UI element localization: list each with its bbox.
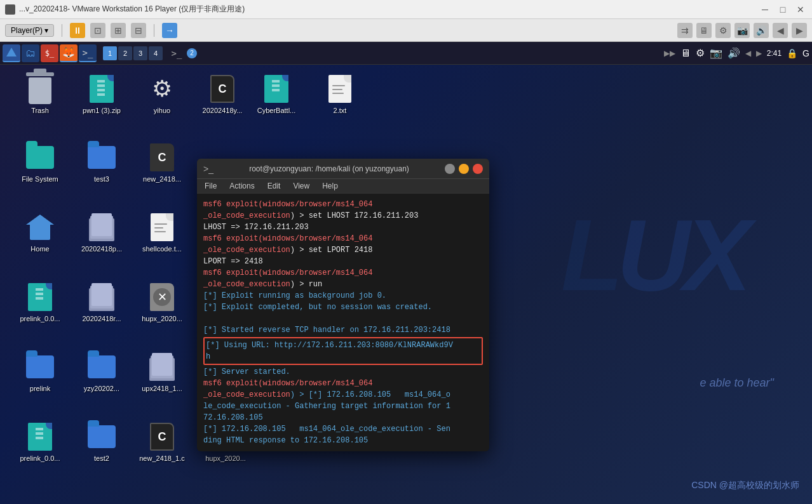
toolbar-right-icon-3[interactable]: ⚙: [715, 23, 731, 38]
cyberbattl-zip-shape: [264, 75, 288, 103]
txt-shape: [328, 75, 351, 103]
terminal-maximize-btn[interactable]: [459, 164, 469, 174]
terminal-icon-2[interactable]: >_: [79, 44, 97, 62]
terminal-menu-file[interactable]: File: [202, 180, 219, 192]
filesystem-icon-image: [25, 142, 55, 173]
stl1: [154, 223, 167, 225]
shellcodet-icon[interactable]: shellcode.t...: [133, 209, 191, 255]
terminal-window: >_ root@yuzongyuan: /home/kali (on yuzon…: [197, 159, 489, 451]
player-menu-button[interactable]: Player(P) ▾: [5, 24, 54, 37]
prelink-folder-shape: [26, 355, 54, 378]
toolbar-icon-3[interactable]: ⊞: [111, 23, 126, 38]
toolbar-right-icon-4[interactable]: 📷: [734, 23, 750, 38]
terminal-title-icon: >_: [203, 164, 213, 174]
svg-marker-0: [6, 48, 17, 56]
workspace-3[interactable]: 3: [133, 46, 147, 60]
toolbar-right-icon-6[interactable]: ◀: [773, 23, 788, 38]
test3-folder-shape: [88, 146, 116, 169]
taskbar-settings-icon[interactable]: ⚙: [696, 47, 705, 59]
term-line-9b: h: [206, 351, 480, 362]
taskbar-back-icon[interactable]: ◀: [745, 49, 751, 58]
terminal-menu-edit[interactable]: Edit: [265, 180, 283, 192]
active-window-icon[interactable]: >_: [168, 44, 186, 62]
pwn1zip-icon[interactable]: pwn1 (3).zip: [73, 71, 130, 117]
terminal-content[interactable]: msf6 exploit(windows/browser/ms14_064 _o…: [197, 194, 489, 451]
stl3: [154, 231, 166, 232]
yihuo-icon[interactable]: ⚙ yihuo: [133, 71, 191, 117]
20202418p-icon[interactable]: 20202418p...: [73, 209, 130, 255]
workspace-4[interactable]: 4: [149, 46, 163, 60]
toolbar-right-icon-1[interactable]: ⇉: [677, 23, 693, 38]
vmware-title-left: ...v_20202418- VMware Workstation 16 Pla…: [5, 4, 245, 15]
trash-shape: [29, 77, 51, 104]
taskbar-monitor-icon[interactable]: 🖥: [680, 48, 691, 59]
terminal-menu-actions[interactable]: Actions: [227, 180, 257, 192]
taskbar-forward-icon[interactable]: ▶: [756, 49, 762, 58]
upx2418-icon[interactable]: upx2418_1...: [133, 349, 191, 395]
term-line-14: [*] 172.16.208.105 ms14_064_ole_code_exe…: [203, 423, 483, 435]
toolbar-right-icon-7[interactable]: ▶: [792, 23, 807, 38]
term-line-7: [*] Exploit completed, but no session wa…: [203, 302, 483, 313]
taskbar-lock-icon[interactable]: 🔒: [787, 48, 797, 58]
toolbar-right-icon-2[interactable]: 🖥: [696, 23, 712, 38]
kali-icon[interactable]: [3, 44, 20, 62]
toolbar-icon-2[interactable]: ⊡: [90, 23, 105, 38]
shellcodet-icon-image: [147, 212, 177, 242]
new2418-label: new_2418...: [143, 175, 181, 183]
20202418r-layers-shape: [89, 283, 114, 311]
2txt-icon[interactable]: 2.txt: [311, 71, 369, 117]
prelink00b-label: prelink_0.0...: [20, 454, 60, 462]
prelink00-icon[interactable]: prelink_0.0...: [11, 279, 69, 325]
cyberbattl-zip-stripes: [272, 80, 280, 98]
prelink00b-icon[interactable]: prelink_0.0...: [11, 419, 69, 465]
term-line-1b: _ole_code_execution) > set LHOST 172.16.…: [203, 210, 483, 222]
term-line-5: msf6 exploit(windows/browser/ms14_064: [203, 267, 483, 279]
taskbar-display-icon[interactable]: G: [802, 48, 809, 58]
yzy20202-icon[interactable]: yzy20202...: [73, 349, 130, 395]
shellcodet-label: shellcode.t...: [142, 245, 182, 253]
pwn1zip-icon-image: [86, 74, 117, 104]
kali-taskbar-right: ▶▶ 🖥 ⚙ 📷 🔊 ◀ ▶ 2:41 🔒 G: [664, 47, 809, 59]
20202418y-icon[interactable]: C 20202418y...: [194, 71, 251, 117]
maximize-button[interactable]: □: [776, 3, 789, 16]
home-body: [30, 223, 50, 240]
prelink-icon[interactable]: prelink: [11, 349, 69, 395]
new2418-1c-icon-image: C: [147, 421, 177, 452]
taskbar-volume-icon[interactable]: 🔊: [727, 47, 740, 59]
terminal-app-icon[interactable]: $_: [41, 44, 58, 62]
vmware-toolbar: Player(P) ▾ ⏸ ⊡ ⊞ ⊟ → ⇉ 🖥 ⚙ 📷 🔊 ◀ ▶: [0, 19, 812, 42]
toolbar-right-icon-5[interactable]: 🔊: [754, 23, 769, 38]
file-manager-icon[interactable]: 🗂: [22, 44, 39, 62]
new2418-icon[interactable]: C new_2418...: [133, 140, 191, 185]
workspace-2[interactable]: 2: [118, 46, 132, 60]
terminal-window-buttons: [445, 164, 483, 174]
terminal-close-btn[interactable]: [473, 164, 483, 174]
firefox-icon[interactable]: 🦊: [60, 44, 78, 62]
toolbar-icon-5[interactable]: →: [162, 23, 177, 38]
new2418-1c-icon[interactable]: C new_2418_1.c: [133, 419, 191, 465]
filesystem-icon[interactable]: File System: [11, 140, 69, 185]
taskbar-camera-icon[interactable]: 📷: [710, 47, 722, 59]
trash-icon[interactable]: Trash: [11, 71, 69, 117]
cyberbattl-icon[interactable]: CyberBattl...: [248, 71, 305, 117]
term-line-11: msf6 exploit(windows/browser/ms14_064: [203, 378, 483, 389]
close-button[interactable]: ✕: [794, 3, 807, 16]
test3-icon[interactable]: test3: [73, 140, 130, 185]
upx-inner: ✕: [153, 288, 171, 306]
pause-button[interactable]: ⏸: [70, 23, 85, 38]
hupx2020-icon[interactable]: ✕ hupx_2020...: [133, 279, 191, 325]
tl3: [332, 93, 344, 94]
new2418-c-shape: C: [150, 143, 174, 171]
prelink00-label: prelink_0.0...: [20, 315, 60, 322]
home-icon[interactable]: Home: [11, 209, 69, 255]
minimize-button[interactable]: ─: [759, 3, 771, 16]
20202418r-icon[interactable]: 20202418r...: [73, 279, 130, 325]
terminal-title-text: root@yuzongyuan: /home/kali (on yuzongyu…: [219, 164, 440, 173]
workspace-1[interactable]: 1: [103, 46, 117, 60]
toolbar-icon-4[interactable]: ⊟: [131, 23, 146, 38]
workspace-switcher: 1 2 3 4: [103, 46, 163, 60]
terminal-minimize-btn[interactable]: [445, 164, 455, 174]
test2-icon[interactable]: test2: [73, 419, 130, 465]
terminal-menu-help[interactable]: Help: [320, 180, 341, 192]
terminal-menu-view[interactable]: View: [290, 180, 312, 192]
